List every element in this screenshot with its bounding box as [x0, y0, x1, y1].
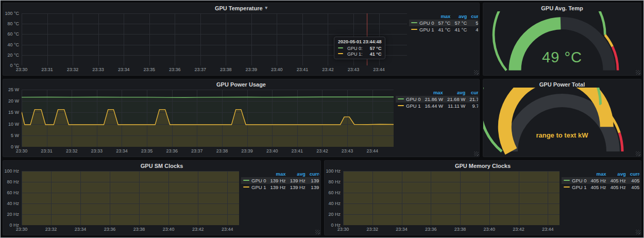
legend-stat-value: 139 Hz [268, 184, 288, 191]
panel-resize-handle[interactable] [474, 70, 479, 75]
legend-header-avg[interactable]: avg [452, 13, 469, 20]
legend-stat-value: 405 Hz [628, 177, 640, 184]
legend-header-avg[interactable]: avg [288, 171, 308, 177]
x-tick-label: 23:42 [511, 227, 527, 232]
legend-header-current[interactable]: current [467, 89, 478, 96]
legend-stat-value: 139 Hz [268, 177, 288, 184]
panel-title-text: GPU Power Usage [216, 81, 266, 88]
x-tick-label: 23:38 [452, 227, 468, 232]
y-tick-label: 5 W [3, 133, 19, 138]
x-tick-label: 23:44 [539, 227, 556, 232]
legend-header-current[interactable]: current [469, 13, 478, 20]
mem-clocks-plot[interactable] [343, 171, 560, 225]
legend-series-name[interactable]: GPU 1 [419, 27, 434, 32]
legend-stat-value: 139 Hz [308, 177, 319, 184]
x-tick-label: 23:36 [101, 227, 118, 232]
legend-row: GPU 1139 Hz139 Hz139 Hz [241, 184, 319, 191]
panel-header-gpu-power-usage[interactable]: GPU Power Usage [3, 79, 479, 88]
legend-stat-value: 21.86 W [423, 96, 445, 103]
y-tick-label: 100 Hz [3, 168, 19, 174]
panel-header-gpu-sm-clocks[interactable]: GPU SM Clocks [3, 161, 320, 169]
legend-header-max[interactable]: max [589, 171, 608, 177]
x-tick-label: 23:32 [64, 67, 81, 72]
legend-header-max[interactable]: max [423, 89, 445, 96]
x-tick-label: 23:38 [214, 148, 230, 154]
legend-series-name[interactable]: GPU 0 [419, 20, 434, 26]
panel-resize-handle[interactable] [636, 230, 640, 234]
x-tick-label: 23:42 [319, 67, 336, 72]
series-color-dash-icon [243, 180, 249, 181]
mem-clocks-legend: maxavgcurrentGPU 0405 Hz405 Hz405 HzGPU … [562, 169, 640, 233]
series-color-dash-icon [338, 53, 343, 54]
legend-header-max[interactable]: max [268, 171, 288, 177]
series-color-dash-icon [564, 180, 570, 181]
x-tick-label: 23:41 [294, 67, 311, 72]
series-color-dash-icon [564, 186, 570, 188]
panel-header-gpu-avg-temp[interactable]: GPU Avg. Temp [483, 3, 641, 11]
legend-series-name[interactable]: GPU 1 [572, 184, 587, 190]
legend-row: GPU 057 °C57 °C57 °C [409, 20, 478, 26]
x-tick-label: 23:36 [422, 227, 439, 232]
panel-resize-handle[interactable] [636, 151, 640, 156]
legend-stat-value: 41 °C [436, 26, 453, 33]
legend-stat-value: 139 Hz [288, 184, 308, 191]
sm-clocks-legend: maxavgcurrentGPU 0139 Hz139 Hz139 HzGPU … [241, 169, 319, 233]
x-tick-label: 23:40 [268, 67, 285, 72]
x-tick-label: 23:30 [13, 227, 30, 232]
legend-series-name[interactable]: GPU 0 [406, 96, 421, 102]
legend-header-current[interactable]: current [308, 171, 319, 177]
panel-resize-handle[interactable] [636, 70, 640, 75]
gauge-value-text: range to text kW [483, 131, 641, 139]
sm-clocks-plot[interactable] [22, 171, 239, 225]
x-tick-label: 23:38 [217, 67, 234, 72]
panel-resize-handle[interactable] [474, 151, 479, 156]
legend-header-max[interactable]: max [436, 13, 453, 20]
panel-gpu-avg-temp: GPU Avg. Temp 49 °C [483, 3, 641, 76]
x-tick-label: 23:35 [139, 148, 155, 154]
x-tick-label: 23:32 [364, 227, 381, 232]
x-tick-label: 23:32 [63, 148, 80, 154]
x-tick-label: 23:44 [364, 148, 381, 154]
panel-header-gpu-power-total[interactable]: GPU Power Total [483, 79, 641, 88]
series-color-dash-icon [411, 22, 417, 23]
legend-series-name[interactable]: GPU 0 [251, 178, 266, 183]
x-tick-label: 23:40 [264, 148, 280, 154]
panel-header-gpu-temperature[interactable]: GPU Temperature ▾ [3, 3, 479, 11]
series-color-dash-icon [398, 105, 404, 106]
y-tick-label: 25 W [3, 87, 19, 92]
legend-series-name[interactable]: GPU 1 [251, 184, 266, 190]
legend-stat-value: 21.77 W [467, 96, 478, 103]
legend-header-avg[interactable]: avg [445, 89, 467, 96]
legend-series-name[interactable]: GPU 0 [572, 178, 587, 183]
legend-stat-value: 405 Hz [589, 184, 608, 191]
legend-stat-value: 9.79 W [467, 103, 478, 109]
legend-header-avg[interactable]: avg [608, 171, 628, 177]
y-tick-label: 20 W [3, 98, 19, 104]
x-tick-label: 23:39 [243, 67, 260, 72]
y-tick-label: 20 °C [3, 53, 19, 58]
temperature-legend: maxavgcurrentGPU 057 °C57 °C57 °CGPU 141… [409, 11, 478, 74]
legend-series-name[interactable]: GPU 1 [406, 103, 421, 109]
temperature-plot[interactable]: 2020-05-01 23:44:48 GPU 0:57 °CGPU 1:41 … [22, 13, 407, 65]
legend-row: GPU 0139 Hz139 Hz139 Hz [241, 177, 319, 184]
x-tick-label: 23:41 [289, 148, 306, 154]
panel-gpu-temperature: GPU Temperature ▾ 2020-05-01 23:44:48 GP… [3, 3, 480, 76]
legend-stat-value: 405 Hz [628, 184, 640, 191]
panel-menu-caret-icon[interactable]: ▾ [265, 6, 268, 10]
power-legend: maxavgcurrentGPU 021.86 W21.68 W21.77 WG… [396, 88, 478, 155]
legend-stat-value: 11.11 W [445, 103, 467, 109]
legend-row: GPU 1405 Hz405 Hz405 Hz [562, 184, 640, 191]
x-tick-label: 23:37 [192, 67, 209, 72]
tooltip-series-row: GPU 1:41 °C [338, 52, 382, 57]
series-color-dash-icon [411, 29, 417, 30]
x-tick-label: 23:40 [481, 227, 498, 232]
power-plot[interactable] [22, 90, 394, 147]
power-chart-zone: 0 W5 W10 W15 W20 W25 W23:3023:3123:3223:… [3, 88, 396, 155]
tooltip-timestamp: 2020-05-01 23:44:48 [338, 39, 382, 44]
legend-header-current[interactable]: current [628, 171, 640, 177]
x-tick-label: 23:30 [13, 67, 30, 72]
x-tick-label: 23:34 [115, 67, 132, 72]
x-tick-label: 23:30 [335, 227, 351, 232]
panel-resize-handle[interactable] [315, 230, 320, 234]
panel-header-gpu-memory-clocks[interactable]: GPU Memory Clocks [325, 161, 641, 169]
